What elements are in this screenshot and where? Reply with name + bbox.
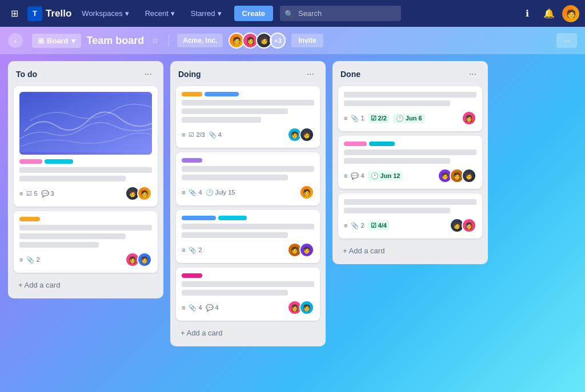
workspace-button[interactable]: Acme, Inc. [177,34,223,47]
column-menu-doing[interactable]: ··· [303,68,318,80]
clock-icon: 🕐 [371,172,379,180]
label-teal [369,142,395,146]
card-text-line-2 [19,176,126,181]
card-text-line-2 [182,108,288,114]
column-title-todo: To do [16,70,37,79]
card-done-2[interactable]: ≡ 💬 4 🕐 Jun 12 🧑 🧑 🧑 [338,136,482,189]
card-todo-1[interactable]: ≡ ☑ 5 💬 3 🧑 🧑 [14,86,158,207]
card-meta-attach: 📎 2 [189,246,202,254]
card-doing-2[interactable]: ≡ 📎 4 🕐 July 15 🧑 [176,152,320,205]
chevron-down-icon: ▾ [125,9,129,18]
invite-button[interactable]: Invite [291,34,323,47]
card-text-line-1 [344,199,476,205]
attach-icon: 📎 [189,304,197,312]
user-avatar[interactable]: 🧑 [562,5,579,22]
card-text-line-2 [182,175,288,180]
label-magenta [182,273,202,278]
card-labels [182,273,314,278]
column-doing: Doing ··· ≡ ☑ 2/3 📎 4 🧑 [170,61,326,346]
extra-members-count[interactable]: +3 [270,33,286,49]
card-doing-1[interactable]: ≡ ☑ 2/3 📎 4 🧑 🧑 [176,86,320,148]
card-avatar-2: 👩 [462,218,476,233]
member-avatars: 🧑 👩 🧑 +3 [229,33,286,49]
label-pink [19,159,42,164]
more-options-button[interactable]: ··· [556,33,577,48]
card-footer: ≡ 📎 4 💬 4 👩 🧑 [182,300,314,315]
add-card-button-done[interactable]: + Add a card [338,243,482,258]
label-blue [205,92,239,96]
card-meta-menu: ≡ [344,115,347,122]
card-text-line-2 [182,290,288,296]
card-meta-attach: 📎 2 [351,222,364,229]
star-button[interactable]: ☆ [150,34,161,47]
column-menu-todo[interactable]: ··· [141,68,155,80]
collapse-sidebar-button[interactable]: ‹ [8,33,23,48]
card-done-1[interactable]: ≡ 📎 1 ☑ 2/2 🕐 Jun 6 👩 [338,86,482,131]
card-meta-attach: 📎 4 [209,131,222,139]
checklist-icon: ☑ [189,131,194,139]
label-blue [182,216,216,220]
checklist-badge: ☑ 4/4 [368,221,390,231]
grid-icon[interactable]: ⊞ [6,5,23,22]
create-button[interactable]: Create [234,6,273,21]
card-avatars: 🧑 🧑 [287,243,314,257]
card-meta-menu: ≡ [19,256,23,263]
card-text-line-1 [344,149,476,155]
column-menu-done[interactable]: ··· [466,68,480,80]
card-footer: ≡ 📎 1 ☑ 2/2 🕐 Jun 6 👩 [344,111,476,126]
board-content: To do ··· [0,54,585,392]
card-meta-menu: ≡ [182,189,185,196]
recent-menu[interactable]: Recent ▾ [139,6,181,21]
card-done-3[interactable]: ≡ 📎 2 ☑ 4/4 🧑 👩 [338,193,482,239]
search-input[interactable] [280,6,401,21]
date-badge: 🕐 Jun 6 [393,114,425,123]
card-meta-attach: 📎 4 [189,304,202,312]
card-meta-menu: ≡ [182,246,185,253]
card-avatars: 👩 🧑 [125,252,152,267]
attach-icon: 📎 [26,256,34,264]
attach-icon: 📎 [209,131,217,139]
card-text-line-2 [182,232,288,238]
card-meta-comment: 💬 4 [351,172,364,180]
add-card-button-doing[interactable]: + Add a card [176,325,320,341]
card-meta-checklist: ☑ 2/3 [189,131,205,139]
label-yellow [182,92,202,96]
column-header-doing: Doing ··· [176,67,320,82]
clock-icon: 🕐 [206,189,214,196]
add-card-button-todo[interactable]: + Add a card [14,277,158,293]
card-avatar-2: 🧑 [299,127,314,142]
card-text-line-2 [344,158,450,164]
card-text-line-1 [182,166,314,172]
board-view-button[interactable]: ⊞ Board ▾ [32,34,81,48]
chevron-down-icon: ▾ [218,9,222,18]
column-header-done: Done ··· [338,67,482,82]
card-text-line-2 [344,100,450,106]
check-icon: ☑ [371,115,376,122]
column-title-done: Done [340,70,360,79]
card-doing-4[interactable]: ≡ 📎 4 💬 4 👩 🧑 [176,268,320,321]
workspaces-menu[interactable]: Workspaces ▾ [76,6,134,21]
starred-menu[interactable]: Starred ▾ [185,6,227,21]
card-footer: ≡ 📎 2 ☑ 4/4 🧑 👩 [344,218,476,233]
card-meta-attach: 📎 1 [351,115,364,122]
card-avatar-3: 🧑 [462,168,476,183]
check-icon: ☑ [371,222,376,229]
card-labels [182,158,314,163]
notifications-button[interactable]: 🔔 [540,5,558,22]
card-doing-3[interactable]: ≡ 📎 2 🧑 🧑 [176,210,320,263]
info-button[interactable]: ℹ [519,5,536,22]
card-text-line-1 [182,224,314,229]
logo[interactable]: T Trello [27,6,71,21]
attach-icon: 📎 [189,246,197,254]
card-todo-2[interactable]: ≡ 📎 2 👩 🧑 [14,211,158,273]
label-pink [344,142,367,146]
attach-icon: 📎 [351,115,359,122]
trello-logo-icon: T [27,6,42,21]
card-avatar-2: 🧑 [137,252,152,267]
label-purple [182,158,202,163]
card-text-line-1 [182,281,314,287]
card-text-line-1 [19,167,152,173]
clock-icon: 🕐 [396,115,404,122]
search-container: 🔍 [280,6,401,21]
card-labels [19,217,152,221]
